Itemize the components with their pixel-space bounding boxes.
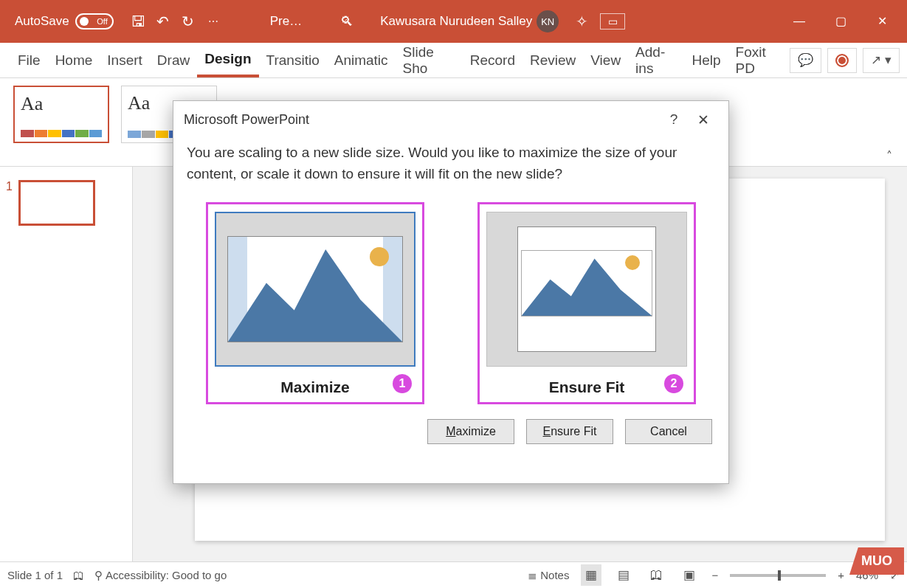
record-button[interactable] (827, 48, 857, 73)
view-normal-icon[interactable]: ▦ (581, 564, 601, 586)
tab-file[interactable]: File (10, 43, 48, 77)
zoom-out-button[interactable]: − (711, 569, 718, 581)
tab-transitions[interactable]: Transitio (259, 43, 327, 77)
zoom-slider[interactable] (730, 574, 826, 577)
comments-button[interactable]: 💬 (790, 48, 821, 73)
view-reading-icon[interactable]: 🕮 (646, 565, 667, 586)
tab-animations[interactable]: Animatic (327, 43, 396, 77)
tab-record[interactable]: Record (463, 43, 523, 77)
maximize-window-button[interactable]: ▢ (820, 0, 861, 43)
dialog-button-row: Maximize Ensure Fit Cancel (173, 412, 728, 456)
zoom-in-button[interactable]: + (838, 569, 844, 581)
option-ensure-fit-preview (486, 212, 687, 367)
view-slideshow-icon[interactable]: ▣ (679, 564, 700, 586)
thumbnail-panel: 1 (0, 167, 133, 561)
option-maximize[interactable]: Maximize 1 (206, 202, 424, 404)
slide-thumbnail[interactable] (18, 180, 95, 226)
status-bar: Slide 1 of 1 🕮 ⚲Accessibility: Good to g… (0, 561, 907, 588)
ribbon-display-icon[interactable]: ▭ (600, 13, 625, 30)
tab-review[interactable]: Review (523, 43, 583, 77)
search-icon[interactable]: 🔍︎ (340, 14, 354, 30)
tab-help[interactable]: Help (684, 43, 728, 77)
coming-soon-icon[interactable]: ✧ (569, 13, 594, 30)
ensure-fit-button[interactable]: Ensure Fit (526, 419, 613, 444)
ribbon-tabs: File Home Insert Draw Design Transitio A… (0, 43, 907, 78)
close-window-button[interactable]: ✕ (861, 0, 903, 43)
dialog-help-button[interactable]: ? (659, 111, 689, 128)
tab-insert[interactable]: Insert (100, 43, 150, 77)
title-bar: AutoSave Off 🖫 ↶ ↻ ⋯ Pre… 🔍︎ Kawusara Nu… (0, 0, 907, 43)
view-sorter-icon[interactable]: ▤ (613, 564, 634, 586)
option-maximize-label: Maximize (280, 378, 349, 396)
theme-palette-1 (21, 130, 102, 137)
cancel-button[interactable]: Cancel (625, 419, 712, 444)
watermark-badge: MUO (849, 547, 904, 575)
maximize-button[interactable]: Maximize (427, 419, 514, 444)
annotation-badge-1: 1 (393, 374, 412, 393)
accessibility-status[interactable]: ⚲Accessibility: Good to go (94, 569, 227, 582)
slide-size-dialog: Microsoft PowerPoint ? ✕ You are scaling… (173, 100, 729, 484)
option-ensure-fit[interactable]: Ensure Fit 2 (477, 202, 696, 404)
dialog-titlebar: Microsoft PowerPoint ? ✕ (173, 101, 728, 138)
autosave-toggle[interactable]: AutoSave Off (15, 13, 114, 30)
option-maximize-preview (215, 212, 415, 367)
user-avatar[interactable]: KN (537, 10, 559, 32)
ribbon-right-tools: 💬 ↗ ▾ (790, 43, 907, 77)
collapse-ribbon-icon[interactable]: ˄ (880, 149, 898, 163)
option-ensure-fit-label: Ensure Fit (549, 378, 625, 396)
undo-icon[interactable]: ↶ (151, 13, 176, 30)
tab-view[interactable]: View (583, 43, 628, 77)
dialog-message: You are scaling to a new slide size. Wou… (173, 138, 728, 192)
tab-addins[interactable]: Add-ins (628, 43, 684, 77)
tab-draw[interactable]: Draw (150, 43, 197, 77)
dialog-title: Microsoft PowerPoint (184, 112, 309, 128)
autosave-label: AutoSave (15, 14, 69, 29)
slide-counter[interactable]: Slide 1 of 1 (7, 569, 63, 581)
redo-icon[interactable]: ↻ (176, 13, 201, 30)
tab-foxit[interactable]: Foxit PD (728, 43, 790, 77)
save-icon[interactable]: 🖫 (125, 13, 151, 30)
annotation-badge-2: 2 (664, 374, 683, 393)
dialog-options: Maximize 1 Ensure Fit 2 (173, 192, 728, 412)
theme-card-1[interactable]: Aa (13, 86, 109, 143)
minimize-button[interactable]: — (779, 0, 820, 43)
qat-more-icon[interactable]: ⋯ (201, 15, 226, 27)
tab-design[interactable]: Design (197, 43, 258, 77)
autosave-switch[interactable]: Off (75, 13, 114, 30)
user-name[interactable]: Kawusara Nurudeen Salley (380, 14, 532, 29)
spellcheck-icon[interactable]: 🕮 (73, 569, 84, 581)
tab-home[interactable]: Home (48, 43, 100, 77)
thumbnail-row: 1 (6, 180, 126, 226)
notes-button[interactable]: ≣ Notes (528, 569, 569, 582)
tab-slide-show[interactable]: Slide Sho (396, 43, 463, 77)
dialog-close-button[interactable]: ✕ (689, 111, 718, 128)
thumbnail-number: 1 (6, 180, 13, 193)
share-button[interactable]: ↗ ▾ (863, 48, 900, 73)
document-title[interactable]: Pre… (270, 14, 302, 29)
